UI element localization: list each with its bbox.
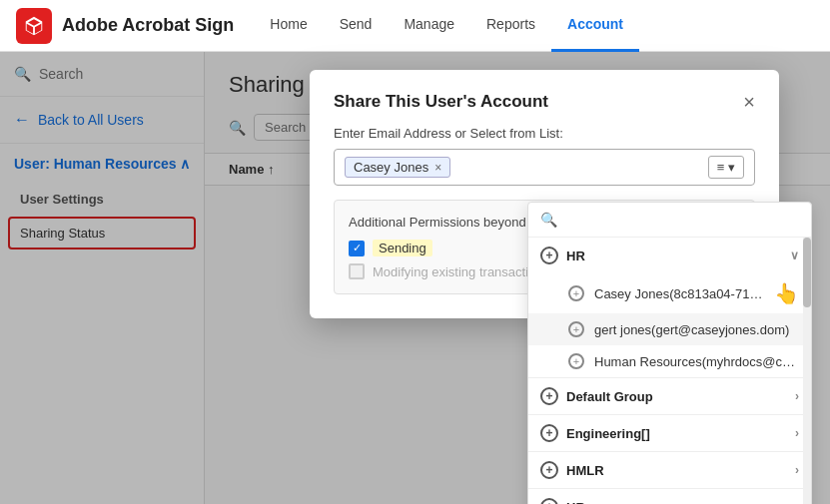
dropdown-item-casey[interactable]: + Casey Jones(8c813a04-7154-47f2-ac... 👆 — [528, 273, 811, 313]
hr-group-header[interactable]: + HR ∨ — [528, 238, 811, 273]
nav-home[interactable]: Home — [254, 0, 323, 52]
nav-send[interactable]: Send — [324, 0, 389, 52]
hr-group-label: HR — [566, 249, 585, 263]
casey-item-label: Casey Jones(8c813a04-7154-47f2-ac... — [594, 286, 764, 301]
scrollbar-thumb[interactable] — [803, 238, 811, 307]
engineering-left: + Engineering[] — [540, 424, 650, 442]
dropdown-search-row: 🔍 — [528, 203, 811, 238]
app-title: Adobe Acrobat Sign — [62, 15, 234, 36]
dropdown-list: + HR ∨ + Casey Jones(8c813a04-7154-47f2-… — [528, 238, 811, 504]
hmlr-plus-icon: + — [540, 461, 558, 479]
nav-account[interactable]: Account — [551, 0, 639, 52]
modify-label: Modifying existing transactio... — [373, 264, 546, 279]
layout: 🔍 ← Back to All Users User: Human Resour… — [0, 52, 830, 504]
nav-manage[interactable]: Manage — [388, 0, 470, 52]
casey-jones-tag[interactable]: Casey Jones × — [345, 157, 450, 178]
hmlr-chevron-right-icon: › — [795, 463, 799, 477]
logo-area: Adobe Acrobat Sign — [16, 8, 234, 44]
hr-chevron-down-icon: ∨ — [790, 249, 799, 262]
hmlr-left: + HMLR — [540, 461, 604, 479]
hmlr-group-label: HMLR — [566, 463, 604, 478]
dropdown-group-hr-collapsed[interactable]: + HR › — [528, 488, 811, 504]
modify-checkbox[interactable] — [349, 263, 365, 279]
checkmark-icon: ✓ — [353, 242, 362, 254]
nav-reports[interactable]: Reports — [470, 0, 551, 52]
dropdown-group-hmlr[interactable]: + HMLR › — [528, 451, 811, 488]
dropdown-item-hr-user[interactable]: + Human Resources(myhrdocs@case... — [528, 345, 811, 377]
main-nav: Home Send Manage Reports Account — [254, 0, 639, 52]
dropdown-group-default[interactable]: + Default Group › — [528, 377, 811, 414]
cursor-icon: 👆 — [774, 281, 799, 305]
email-input-row: Casey Jones × ≡ ▾ — [334, 149, 755, 186]
default-group-label: Default Group — [566, 389, 653, 404]
modal-header: Share This User's Account × — [334, 92, 755, 112]
list-icon-button[interactable]: ≡ ▾ — [708, 156, 744, 179]
dropdown-group-engineering[interactable]: + Engineering[] › — [528, 414, 811, 451]
modal-close-button[interactable]: × — [743, 92, 755, 112]
logo-icon — [16, 8, 52, 44]
modal-input-label: Enter Email Address or Select from List: — [334, 126, 755, 141]
hr-header-left: + HR — [540, 247, 585, 264]
acrobat-icon — [23, 15, 45, 37]
dropdown-search-input[interactable] — [565, 213, 799, 228]
hr-plus-icon: + — [540, 247, 558, 264]
dropdown-group-hr-expanded: + HR ∨ + Casey Jones(8c813a04-7154-47f2-… — [528, 238, 811, 377]
hr-collapsed-left: + HR — [540, 498, 585, 504]
gert-item-label: gert jones(gert@caseyjones.dom) — [594, 322, 789, 337]
dropdown-search-icon: 🔍 — [540, 212, 557, 228]
scrollbar-track — [803, 238, 811, 504]
engineering-chevron-right-icon: › — [795, 426, 799, 440]
engineering-plus-icon: + — [540, 424, 558, 442]
default-chevron-right-icon: › — [795, 389, 799, 403]
dropdown-item-gert[interactable]: + gert jones(gert@caseyjones.dom) — [528, 313, 811, 345]
gert-plus-icon: + — [568, 321, 584, 337]
sending-checkbox[interactable]: ✓ — [349, 241, 365, 256]
header: Adobe Acrobat Sign Home Send Manage Repo… — [0, 0, 830, 52]
hr-user-item-label: Human Resources(myhrdocs@case... — [594, 354, 799, 369]
hr-user-plus-icon: + — [568, 353, 584, 369]
casey-plus-icon: + — [568, 285, 584, 301]
group-dropdown: 🔍 + HR ∨ + Casey Jones(8c813a04-7154-47f… — [527, 202, 812, 504]
modal-title: Share This User's Account — [334, 92, 548, 112]
hr-collapsed-chevron-right-icon: › — [795, 500, 799, 504]
engineering-group-label: Engineering[] — [566, 426, 650, 441]
sending-label: Sending — [373, 240, 432, 256]
hr-collapsed-plus-icon: + — [540, 498, 558, 504]
tag-text: Casey Jones — [354, 160, 428, 175]
default-plus-icon: + — [540, 387, 558, 405]
default-group-left: + Default Group — [540, 387, 653, 405]
hr-collapsed-group-label: HR — [566, 500, 585, 505]
tag-remove-icon[interactable]: × — [434, 161, 441, 175]
